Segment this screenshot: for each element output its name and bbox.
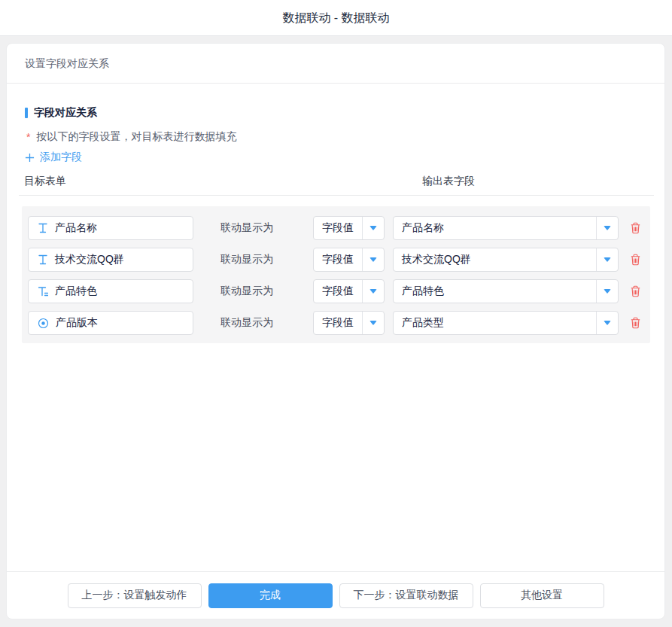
window-titlebar: 数据联动 - 数据联动	[0, 0, 672, 36]
display-mode-value: 字段值	[314, 285, 354, 298]
display-mode-select[interactable]: 字段值	[313, 216, 385, 240]
output-field-value: 产品名称	[394, 221, 444, 235]
add-field-label: 添加字段	[40, 151, 82, 164]
output-field-value: 产品特色	[394, 285, 444, 298]
target-field-input[interactable]: 产品版本	[28, 311, 193, 335]
text-input-icon	[38, 254, 48, 265]
field-mapping-row: 产品版本 联动显示为 字段值 产品类型	[28, 311, 650, 335]
panel-header: 设置字段对应关系	[7, 44, 664, 84]
settings-panel: 设置字段对应关系 字段对应关系 * 按以下的字段设置，对目标表进行数据填充 添加…	[6, 43, 665, 619]
chevron-down-icon	[362, 280, 384, 303]
target-field-value: 产品名称	[55, 221, 97, 235]
column-header-target: 目标表单	[24, 175, 66, 188]
plus-icon	[25, 153, 35, 163]
output-field-select[interactable]: 技术交流QQ群	[393, 248, 619, 272]
note-text: 按以下的字段设置，对目标表进行数据填充	[36, 130, 236, 144]
delete-row-button[interactable]	[630, 254, 641, 266]
delete-row-button[interactable]	[630, 285, 641, 297]
display-mode-value: 字段值	[314, 316, 354, 330]
relation-label: 联动显示为	[220, 285, 276, 298]
chevron-down-icon	[596, 312, 618, 334]
chevron-down-icon	[362, 217, 384, 239]
target-field-input[interactable]: 技术交流QQ群	[28, 248, 193, 272]
radio-icon	[38, 318, 49, 329]
output-field-value: 技术交流QQ群	[394, 253, 471, 266]
other-settings-button[interactable]: 其他设置	[480, 583, 604, 608]
display-mode-value: 字段值	[314, 221, 354, 235]
delete-row-button[interactable]	[630, 317, 641, 329]
prev-step-button[interactable]: 上一步：设置触发动作	[68, 583, 202, 608]
field-mapping-row: 产品名称 联动显示为 字段值 产品名称	[28, 216, 650, 240]
section-title: 字段对应关系	[25, 105, 97, 120]
chevron-down-icon	[362, 312, 384, 334]
field-mapping-row: 技术交流QQ群 联动显示为 字段值 技术交流QQ群	[28, 248, 650, 272]
relation-label: 联动显示为	[220, 221, 276, 235]
target-field-value: 技术交流QQ群	[55, 253, 124, 266]
chevron-down-icon	[596, 217, 618, 239]
text-input-icon	[38, 223, 48, 233]
target-field-value: 产品特色	[55, 285, 97, 298]
page-title: 数据联动 - 数据联动	[0, 0, 672, 35]
chevron-down-icon	[362, 248, 384, 271]
target-field-value: 产品版本	[56, 316, 98, 330]
accent-bar	[25, 108, 28, 118]
target-field-input[interactable]: 产品特色	[28, 279, 193, 303]
chevron-down-icon	[596, 280, 618, 303]
textarea-icon	[38, 286, 48, 297]
relation-label: 联动显示为	[220, 316, 276, 330]
target-field-input[interactable]: 产品名称	[28, 216, 193, 240]
column-header-output: 输出表字段	[422, 175, 475, 188]
required-asterisk: *	[26, 131, 30, 143]
field-mapping-list: 产品名称 联动显示为 字段值 产品名称 技术交流QQ群 联	[22, 206, 650, 343]
finish-button[interactable]: 完成	[208, 583, 333, 608]
output-field-value: 产品类型	[394, 316, 444, 330]
delete-row-button[interactable]	[630, 222, 641, 234]
output-field-select[interactable]: 产品特色	[393, 279, 619, 303]
section-title-text: 字段对应关系	[34, 106, 97, 120]
next-step-button[interactable]: 下一步：设置联动数据	[339, 583, 473, 608]
chevron-down-icon	[596, 248, 618, 271]
field-mapping-row: 产品特色 联动显示为 字段值 产品特色	[28, 279, 650, 303]
output-field-select[interactable]: 产品类型	[393, 311, 619, 335]
display-mode-value: 字段值	[314, 253, 354, 266]
header-divider	[19, 195, 654, 196]
display-mode-select[interactable]: 字段值	[313, 279, 385, 303]
output-field-select[interactable]: 产品名称	[393, 216, 619, 240]
add-field-button[interactable]: 添加字段	[25, 150, 82, 165]
required-note: * 按以下的字段设置，对目标表进行数据填充	[26, 129, 236, 145]
relation-label: 联动显示为	[220, 253, 276, 266]
display-mode-select[interactable]: 字段值	[313, 248, 385, 272]
footer-actions: 上一步：设置触发动作 完成 下一步：设置联动数据 其他设置	[7, 571, 664, 619]
display-mode-select[interactable]: 字段值	[313, 311, 385, 335]
